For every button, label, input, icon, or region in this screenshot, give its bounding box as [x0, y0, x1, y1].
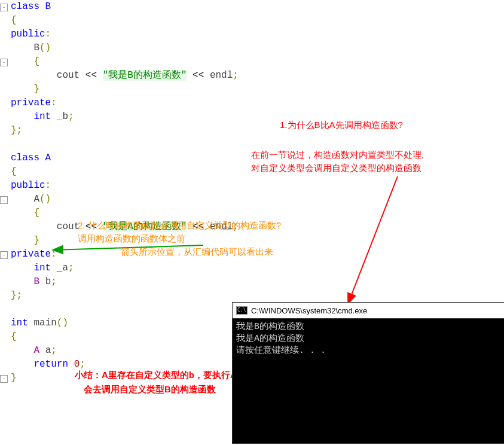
annotation-q2-line2: 调用构造函数的函数体之前 — [78, 233, 185, 245]
fold-icon[interactable]: - — [0, 4, 8, 11]
console-body: 我是B的构造函数 我是A的构造函数 请按任意键继续. . . — [233, 319, 504, 359]
annotation-q2-line1: 2. 什么时候构造函数会调用自定义类型的构造函数? — [78, 220, 281, 231]
code-line: class B — [11, 0, 504, 14]
code-line: }; — [11, 289, 504, 303]
code-line: int _a; — [11, 261, 504, 275]
annotation-summary-2: 会去调用自定义类型B的构造函数 — [84, 384, 216, 395]
code-line: public: — [11, 179, 504, 193]
console-line: 请按任意键继续. . . — [236, 345, 500, 357]
code-line: { — [11, 55, 504, 69]
code-line: int _b; — [11, 110, 504, 124]
code-line: A() — [11, 193, 504, 206]
access-specifier: private — [11, 97, 51, 108]
code-line: { — [11, 206, 504, 220]
annotation-q1-title: 1.为什么B比A先调用构造函数? — [280, 120, 403, 131]
access-specifier: public — [11, 29, 45, 39]
code-line: { — [11, 14, 504, 28]
code-line: cout << "我是B的构造函数" << endl; — [11, 69, 504, 83]
console-titlebar[interactable]: C:\ C:\WINDOWS\system32\cmd.exe — [233, 303, 504, 319]
console-line: 我是A的构造函数 — [236, 333, 500, 345]
code-line: B() — [11, 41, 504, 55]
console-title: C:\WINDOWS\system32\cmd.exe — [251, 306, 367, 315]
code-line: public: — [11, 28, 504, 41]
fold-icon[interactable]: - — [0, 251, 8, 259]
annotation-q2-line3: 箭头所示位置，从汇编代码可以看出来 — [121, 246, 273, 258]
code-line: } — [11, 83, 504, 96]
code-line: B b; — [11, 275, 504, 289]
fold-icon[interactable]: - — [0, 375, 8, 383]
console-window: C:\ C:\WINDOWS\system32\cmd.exe 我是B的构造函数… — [232, 302, 504, 444]
access-specifier: public — [11, 180, 45, 191]
console-line: 我是B的构造函数 — [236, 321, 500, 333]
code-line: private: — [11, 96, 504, 110]
cmd-icon: C:\ — [236, 306, 248, 315]
annotation-q1-body: 在前一节说过，构造函数对内置类型不处理, 对自定义类型会调用自定义类型的构造函数 — [251, 148, 424, 175]
fold-icon[interactable]: - — [0, 196, 8, 204]
code-line: }; — [11, 124, 504, 138]
fold-icon[interactable]: - — [0, 59, 8, 66]
access-specifier: private — [11, 249, 51, 260]
